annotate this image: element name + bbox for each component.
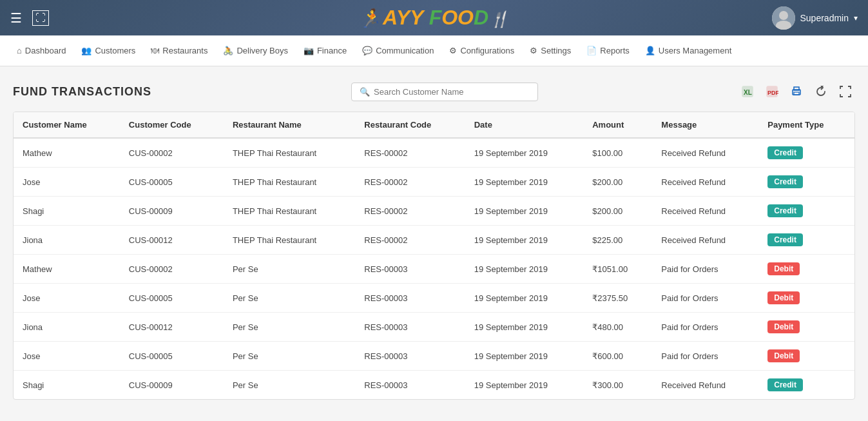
refresh-button[interactable] xyxy=(811,82,831,101)
nav-label-customers: Customers xyxy=(95,46,135,55)
cell-amount: $200.00 xyxy=(583,168,652,197)
cell-customer-code: CUS-00005 xyxy=(120,168,224,197)
delivery-boys-icon: 🚴 xyxy=(223,46,233,55)
cell-amount: ₹300.00 xyxy=(583,371,652,400)
hamburger-icon[interactable]: ☰ xyxy=(10,10,22,26)
nav-item-restaurants[interactable]: 🍽 Restaurants xyxy=(144,42,214,59)
reports-icon: 📄 xyxy=(586,46,597,55)
cell-restaurant-code: RES-00002 xyxy=(355,197,465,226)
nav-item-delivery-boys[interactable]: 🚴 Delivery Boys xyxy=(217,42,294,59)
cell-date: 19 September 2019 xyxy=(465,168,584,197)
cell-restaurant-name: Per Se xyxy=(224,313,355,342)
print-button[interactable] xyxy=(787,82,806,101)
col-header-payment-type: Payment Type xyxy=(758,112,854,138)
cell-customer-code: CUS-00009 xyxy=(120,197,224,226)
cell-amount: ₹480.00 xyxy=(583,313,652,342)
cell-restaurant-name: Per Se xyxy=(224,255,355,284)
table-row: Jiona CUS-00012 Per Se RES-00003 19 Sept… xyxy=(14,313,854,342)
table-row: Shagi CUS-00009 Per Se RES-00003 19 Sept… xyxy=(14,371,854,400)
nav-label-configurations: Configurations xyxy=(460,46,514,55)
export-pdf-button[interactable]: PDF xyxy=(762,82,782,101)
cell-message: Received Refund xyxy=(652,226,758,255)
settings-icon: ⚙ xyxy=(530,46,537,55)
cell-date: 19 September 2019 xyxy=(465,313,584,342)
export-excel-button[interactable]: XL xyxy=(738,82,757,101)
col-header-message: Message xyxy=(652,112,758,138)
cell-restaurant-code: RES-00003 xyxy=(355,284,465,313)
expand-icon[interactable]: ⛶ xyxy=(32,10,49,26)
nav-label-users-management: Users Management xyxy=(659,46,731,55)
nav-item-users-management[interactable]: 👤 Users Management xyxy=(639,42,738,59)
main-content: FUND TRANSACTIONS 🔍 XL PDF xyxy=(0,66,868,415)
payment-type-badge: Debit xyxy=(767,349,800,362)
table-row: Shagi CUS-00009 THEP Thai Restaurant RES… xyxy=(14,197,854,226)
app-header: ☰ ⛶ 🏃AYY FOOD🍴 Superadmin ▾ xyxy=(0,0,868,35)
nav-item-communication[interactable]: 💬 Communication xyxy=(356,42,440,59)
cell-customer-name: Jose xyxy=(14,168,120,197)
nav-item-finance[interactable]: 📷 Finance xyxy=(297,42,353,59)
cell-customer-name: Shagi xyxy=(14,371,120,400)
cell-message: Paid for Orders xyxy=(652,342,758,371)
nav-label-finance: Finance xyxy=(317,46,347,55)
table-row: Jose CUS-00005 THEP Thai Restaurant RES-… xyxy=(14,168,854,197)
cell-customer-name: Mathew xyxy=(14,138,120,168)
cell-date: 19 September 2019 xyxy=(465,371,584,400)
search-icon: 🔍 xyxy=(360,87,370,97)
nav-item-dashboard[interactable]: ⌂ Dashboard xyxy=(10,42,72,59)
cell-customer-name: Jiona xyxy=(14,313,120,342)
nav-label-communication: Communication xyxy=(376,46,434,55)
finance-icon: 📷 xyxy=(304,46,314,55)
payment-type-badge: Credit xyxy=(767,378,803,391)
cell-payment-type: Credit xyxy=(758,371,854,400)
communication-icon: 💬 xyxy=(362,46,372,55)
search-input[interactable] xyxy=(374,87,530,97)
cell-restaurant-code: RES-00002 xyxy=(355,168,465,197)
cell-message: Paid for Orders xyxy=(652,255,758,284)
avatar xyxy=(772,6,795,30)
table-row: Jiona CUS-00012 THEP Thai Restaurant RES… xyxy=(14,226,854,255)
nav-item-configurations[interactable]: ⚙ Configurations xyxy=(443,42,521,59)
cell-message: Paid for Orders xyxy=(652,313,758,342)
nav-item-settings[interactable]: ⚙ Settings xyxy=(523,42,577,59)
cell-date: 19 September 2019 xyxy=(465,284,584,313)
header-right: Superadmin ▾ xyxy=(772,6,858,30)
col-header-restaurant-name: Restaurant Name xyxy=(224,112,355,138)
payment-type-badge: Debit xyxy=(767,291,800,304)
table-row: Mathew CUS-00002 Per Se RES-00003 19 Sep… xyxy=(14,255,854,284)
customers-icon: 👥 xyxy=(81,46,92,55)
svg-rect-8 xyxy=(794,87,799,90)
cell-payment-type: Debit xyxy=(758,284,854,313)
nav-item-customers[interactable]: 👥 Customers xyxy=(75,42,142,59)
nav-label-delivery-boys: Delivery Boys xyxy=(236,46,287,55)
cell-customer-name: Jiona xyxy=(14,226,120,255)
payment-type-badge: Debit xyxy=(767,320,800,333)
payment-type-badge: Debit xyxy=(767,262,800,275)
svg-text:XL: XL xyxy=(744,89,752,96)
cell-message: Paid for Orders xyxy=(652,284,758,313)
cell-customer-code: CUS-00002 xyxy=(120,255,224,284)
cell-amount: ₹600.00 xyxy=(583,342,652,371)
cell-payment-type: Credit xyxy=(758,138,854,168)
cell-amount: $225.00 xyxy=(583,226,652,255)
col-header-customer-code: Customer Code xyxy=(120,112,224,138)
cell-payment-type: Credit xyxy=(758,197,854,226)
fullscreen-button[interactable] xyxy=(836,82,855,101)
col-header-date: Date xyxy=(465,112,584,138)
nav-item-reports[interactable]: 📄 Reports xyxy=(580,42,636,59)
transactions-table-wrapper: Customer Name Customer Code Restaurant N… xyxy=(13,112,855,400)
cell-restaurant-name: THEP Thai Restaurant xyxy=(224,138,355,168)
cell-restaurant-code: RES-00003 xyxy=(355,313,465,342)
cell-restaurant-name: Per Se xyxy=(224,342,355,371)
cell-customer-code: CUS-00009 xyxy=(120,371,224,400)
cell-restaurant-name: Per Se xyxy=(224,284,355,313)
col-header-customer-name: Customer Name xyxy=(14,112,120,138)
cell-customer-name: Mathew xyxy=(14,255,120,284)
cell-amount: ₹1051.00 xyxy=(583,255,652,284)
nav-label-dashboard: Dashboard xyxy=(25,46,66,55)
cell-date: 19 September 2019 xyxy=(465,342,584,371)
table-row: Jose CUS-00005 Per Se RES-00003 19 Septe… xyxy=(14,284,854,313)
header-left: ☰ ⛶ xyxy=(10,10,49,26)
cell-restaurant-code: RES-00003 xyxy=(355,371,465,400)
user-dropdown-arrow[interactable]: ▾ xyxy=(854,14,858,23)
page-header: FUND TRANSACTIONS 🔍 XL PDF xyxy=(13,82,855,101)
